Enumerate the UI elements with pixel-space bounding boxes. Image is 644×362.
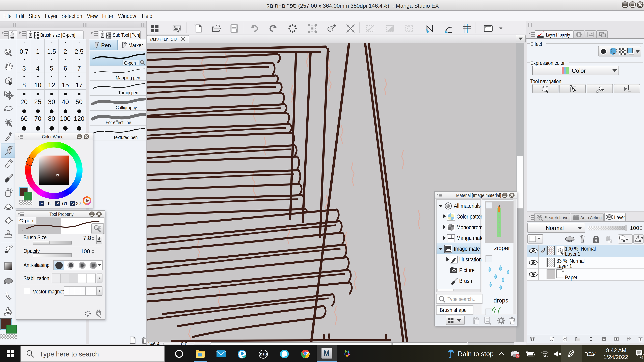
svg-text:H: H [40,201,44,206]
svg-text:2: 2 [641,354,644,358]
svg-text:DELL: DELL [260,353,268,356]
svg-text:V: V [71,201,74,206]
svg-text:S: S [56,201,59,206]
